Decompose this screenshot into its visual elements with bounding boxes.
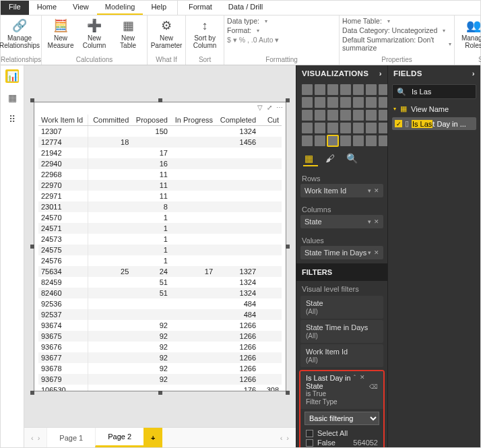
table-row[interactable]: 82460511324	[38, 288, 282, 298]
visual-more-icon[interactable]: ⋯	[276, 104, 283, 111]
col-header[interactable]: Cut	[259, 115, 282, 126]
menu-view[interactable]: View	[65, 1, 97, 15]
data-type-dropdown[interactable]: Data type:▾	[227, 17, 336, 25]
viz-type-16[interactable]	[327, 110, 338, 121]
table-row[interactable]: 230118	[38, 201, 282, 212]
viz-type-22[interactable]	[315, 123, 325, 133]
table-row[interactable]: 93678921266	[38, 363, 282, 374]
viz-type-5[interactable]	[366, 84, 377, 95]
viz-type-3[interactable]	[340, 84, 351, 95]
viz-type-19[interactable]	[366, 110, 377, 121]
menu-data-drill[interactable]: Data / Drill	[220, 1, 271, 15]
format-symbols[interactable]: $ ▾ % , .0 Auto ▾	[227, 36, 336, 44]
fields-search[interactable]: 🔍	[392, 84, 476, 99]
field-is-last-day-in-state[interactable]: ✓ ▯ Is Last Day in ...	[392, 117, 476, 130]
viz-type-29[interactable]	[315, 135, 325, 146]
viz-type-28[interactable]	[302, 135, 313, 146]
table-row[interactable]: 82459511324	[38, 277, 282, 288]
table-row[interactable]: 245711	[38, 223, 282, 234]
col-header[interactable]: Completed	[216, 115, 259, 126]
col-header[interactable]: Proposed	[131, 115, 170, 126]
nav-model[interactable]: ⠿	[5, 113, 19, 126]
col-header[interactable]: Committed	[88, 115, 131, 126]
visual-filter-icon[interactable]: ▽	[257, 104, 263, 111]
table-row[interactable]: 12774181456	[38, 137, 282, 148]
filter-clear-icon[interactable]: ✕	[360, 374, 365, 381]
menu-modeling[interactable]: Modeling	[97, 1, 143, 15]
viz-type-15[interactable]	[315, 110, 325, 121]
matrix-visual[interactable]: ▽ ⤢ ⋯ Work Item IdCommittedProposedIn Pr…	[34, 102, 286, 391]
viz-type-20[interactable]	[379, 110, 387, 121]
filter-state[interactable]: State(All)	[300, 296, 383, 319]
nav-report[interactable]: 📊	[5, 69, 19, 83]
viz-type-6[interactable]	[379, 84, 387, 95]
viz-type-8[interactable]	[315, 97, 325, 108]
table-row[interactable]: 245751	[38, 245, 282, 255]
format-dropdown[interactable]: Format:▾	[227, 26, 336, 34]
viz-type-33[interactable]	[366, 135, 377, 146]
page-tab-page-1[interactable]: Page 1	[46, 428, 95, 447]
table-row[interactable]: 92536484	[38, 298, 282, 309]
table-row[interactable]: 756342524171327	[38, 266, 282, 277]
table-row[interactable]: 123071501324	[38, 125, 282, 137]
viz-type-18[interactable]	[353, 110, 364, 121]
ribbon-sort-by-column[interactable]: ↕Sort byColumn	[189, 17, 221, 53]
filter-work-item-id[interactable]: Work Item Id(All)	[300, 344, 383, 367]
ribbon-new-table[interactable]: ▦NewTable	[112, 17, 144, 53]
viz-type-4[interactable]	[353, 84, 364, 95]
ribbon-manage-relationships[interactable]: 🔗ManageRelationships	[3, 17, 36, 53]
viz-type-27[interactable]	[379, 123, 387, 133]
visual-focus-icon[interactable]: ⤢	[267, 104, 272, 111]
table-row[interactable]: 92537484	[38, 309, 282, 320]
table-row[interactable]: 245731	[38, 234, 282, 245]
table-row[interactable]: 2294016	[38, 158, 282, 169]
page-tab-page-2[interactable]: Page 2	[95, 428, 143, 447]
filter-is-last-day-in-state[interactable]: Is Last Day in State is True Filter Type…	[299, 370, 385, 447]
table-row[interactable]: 245701	[38, 212, 282, 223]
viz-type-30[interactable]	[327, 135, 338, 146]
menu-file[interactable]: File	[1, 1, 29, 15]
format-tab-icon[interactable]: 🖌	[325, 153, 335, 164]
table-row[interactable]: 93674921266	[38, 320, 282, 331]
filter-state-time-in-days[interactable]: State Time in Days(All)	[300, 320, 383, 343]
ribbon-new-measure[interactable]: 🧮NewMeasure	[44, 17, 77, 53]
viz-type-14[interactable]	[302, 110, 313, 121]
table-row[interactable]: 2194217	[38, 148, 282, 158]
data-category-dropdown[interactable]: Data Category: Uncategorized▾	[342, 26, 451, 34]
viz-type-17[interactable]	[340, 110, 351, 121]
filter-option-false[interactable]: False564052	[306, 439, 378, 447]
viz-type-0[interactable]	[302, 84, 313, 95]
viz-type-34[interactable]	[379, 135, 387, 146]
table-row[interactable]: 93675921266	[38, 331, 282, 342]
filter-option-select-all[interactable]: Select All	[306, 429, 378, 437]
viz-type-31[interactable]	[340, 135, 351, 146]
fields-collapse-icon[interactable]: ›	[472, 69, 475, 77]
field-table-view-name[interactable]: ▾ ▦ View Name	[388, 102, 480, 116]
viz-type-7[interactable]	[302, 97, 313, 108]
fields-search-input[interactable]	[410, 87, 481, 96]
ribbon-new-column[interactable]: ➕NewColumn	[78, 17, 110, 53]
table-row[interactable]: 245761	[38, 255, 282, 266]
col-header[interactable]: In Progress	[170, 115, 216, 126]
default-summarization-dropdown[interactable]: Default Summarization: Don't summarize▾	[342, 36, 451, 52]
table-row[interactable]: 2296811	[38, 169, 282, 180]
viz-collapse-icon[interactable]: ›	[379, 69, 382, 77]
viz-type-10[interactable]	[340, 97, 351, 108]
col-header[interactable]: Work Item Id	[38, 115, 88, 126]
columns-well[interactable]: State▾✕	[300, 215, 383, 228]
home-table-dropdown[interactable]: Home Table:▾	[342, 17, 451, 25]
table-row[interactable]: 93676921266	[38, 342, 282, 352]
rows-well[interactable]: Work Item Id▾✕	[300, 184, 383, 197]
ribbon-manage-roles[interactable]: 👥ManageRoles	[457, 17, 481, 53]
values-well[interactable]: State Time in Days▾✕	[300, 246, 383, 259]
viz-type-2[interactable]	[327, 84, 338, 95]
table-row[interactable]: 93677921266	[38, 352, 282, 363]
nav-data[interactable]: ▦	[5, 91, 19, 104]
page-prev-icon[interactable]: ‹	[31, 434, 34, 442]
viz-type-13[interactable]	[379, 97, 387, 108]
viz-type-12[interactable]	[366, 97, 377, 108]
table-row[interactable]: 106530176308	[38, 385, 282, 391]
page-next-icon[interactable]: ›	[38, 434, 40, 442]
menu-format[interactable]: Format	[181, 1, 220, 15]
filter-collapse-icon[interactable]: ˆ	[354, 374, 356, 381]
